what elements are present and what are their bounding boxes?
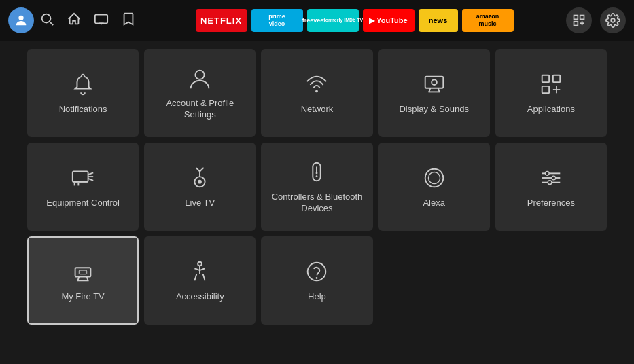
svg-point-46	[552, 176, 556, 180]
youtube-app[interactable]: ▶ YouTube	[363, 9, 415, 32]
svg-line-34	[200, 167, 204, 171]
svg-rect-6	[574, 16, 578, 20]
settings-icon[interactable]	[600, 7, 626, 33]
tile-applications[interactable]: Applications	[495, 49, 607, 137]
tile-equipment-control-label: Equipment Control	[46, 198, 120, 209]
svg-line-25	[88, 172, 94, 175]
user-avatar[interactable]	[8, 7, 34, 33]
tile-my-fire-tv[interactable]: My Fire TV	[27, 236, 139, 325]
tile-live-tv-label: Live TV	[185, 198, 215, 209]
home-icon[interactable]	[67, 12, 82, 30]
search-icon[interactable]	[39, 12, 54, 30]
tile-controllers[interactable]: Controllers & Bluetooth Devices	[261, 143, 372, 231]
svg-rect-21	[542, 86, 549, 92]
svg-point-47	[548, 180, 552, 184]
svg-rect-20	[553, 75, 560, 81]
settings-main: Notifications Account & Profile Settings…	[0, 41, 634, 333]
tile-alexa[interactable]: Alexa	[378, 143, 490, 231]
svg-point-41	[428, 172, 440, 183]
svg-point-13	[316, 90, 319, 92]
svg-line-27	[88, 178, 94, 180]
svg-point-38	[316, 172, 318, 175]
svg-point-0	[18, 16, 23, 20]
svg-point-12	[196, 71, 205, 79]
top-right-icons	[566, 7, 626, 33]
svg-rect-24	[73, 171, 88, 181]
svg-rect-3	[95, 14, 107, 23]
tile-notifications[interactable]: Notifications	[27, 49, 139, 137]
tv-icon[interactable]	[94, 12, 109, 30]
nav-icons	[39, 12, 136, 30]
streaming-apps: NETFLIX primevideo freeveeformerly IMDb …	[148, 9, 561, 32]
tile-equipment-control[interactable]: Equipment Control	[27, 143, 139, 231]
svg-point-11	[611, 18, 615, 22]
tile-account[interactable]: Account & Profile Settings	[144, 49, 256, 137]
svg-line-55	[195, 274, 197, 280]
tile-accessibility[interactable]: Accessibility	[144, 236, 256, 325]
tile-network[interactable]: Network	[261, 49, 372, 137]
svg-point-53	[198, 261, 202, 266]
svg-rect-8	[574, 22, 578, 26]
news-app[interactable]: news	[419, 9, 458, 32]
tile-account-label: Account & Profile Settings	[152, 98, 247, 121]
tile-help-label: Help	[308, 291, 326, 303]
svg-rect-14	[425, 76, 443, 88]
svg-point-40	[425, 168, 443, 187]
tile-alexa-label: Alexa	[423, 198, 445, 209]
tile-help[interactable]: Help	[261, 236, 372, 325]
tile-display-sounds[interactable]: Display & Sounds	[378, 49, 490, 137]
svg-point-39	[316, 175, 318, 177]
netflix-app[interactable]: NETFLIX	[196, 9, 247, 32]
svg-rect-19	[542, 75, 549, 81]
svg-point-58	[316, 277, 318, 279]
svg-rect-48	[75, 268, 91, 276]
svg-point-35	[198, 179, 202, 183]
svg-line-56	[203, 274, 205, 280]
svg-point-1	[42, 14, 51, 22]
amazon-music-app[interactable]: amazonmusic	[462, 9, 514, 32]
tile-display-sounds-label: Display & Sounds	[399, 104, 469, 115]
prime-video-app[interactable]: primevideo	[251, 9, 303, 32]
svg-line-33	[196, 167, 200, 171]
freevee-app[interactable]: freeveeformerly IMDb TV	[307, 9, 359, 32]
grid-icon[interactable]	[566, 7, 592, 33]
svg-rect-7	[580, 16, 584, 20]
svg-rect-52	[79, 270, 86, 274]
tile-applications-label: Applications	[527, 104, 575, 115]
tile-my-fire-tv-label: My Fire TV	[61, 291, 104, 303]
tile-notifications-label: Notifications	[59, 104, 107, 115]
tile-live-tv[interactable]: Live TV	[144, 143, 256, 231]
top-navigation-bar: NETFLIX primevideo freeveeformerly IMDb …	[0, 0, 634, 41]
svg-point-45	[545, 171, 549, 175]
tile-network-label: Network	[301, 104, 334, 115]
tile-preferences-label: Preferences	[527, 198, 575, 209]
svg-point-18	[432, 79, 437, 85]
settings-grid: Notifications Account & Profile Settings…	[27, 49, 607, 325]
bookmark-icon[interactable]	[121, 12, 136, 30]
tile-controllers-label: Controllers & Bluetooth Devices	[269, 192, 364, 215]
tile-preferences[interactable]: Preferences	[495, 143, 607, 231]
svg-line-2	[50, 22, 53, 25]
tile-accessibility-label: Accessibility	[176, 291, 224, 303]
